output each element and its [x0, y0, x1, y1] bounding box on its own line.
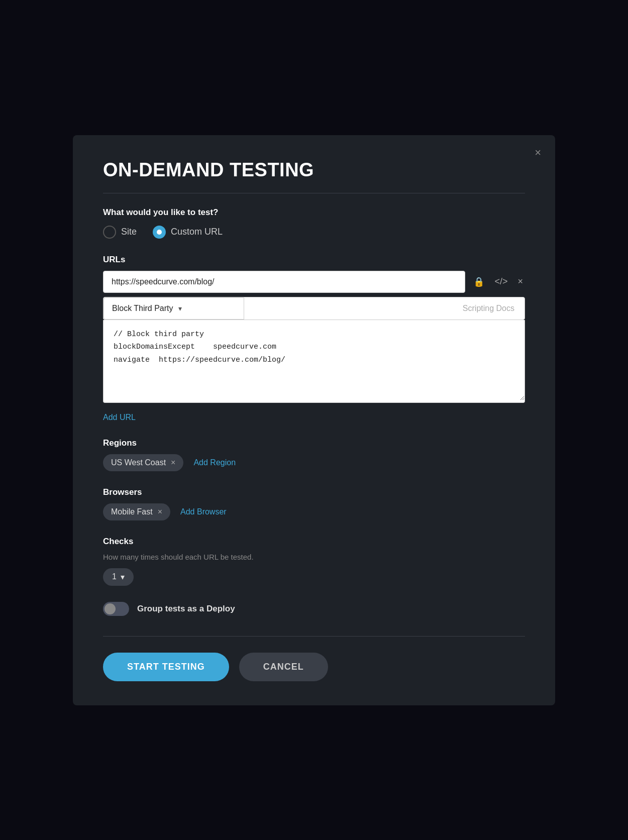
checks-dropdown[interactable]: 1 ▾ — [103, 568, 134, 586]
lock-icon-button[interactable]: 🔒 — [471, 274, 486, 289]
toggle-knob — [104, 603, 116, 614]
radio-custom-label: Custom URL — [171, 227, 223, 237]
cancel-button[interactable]: CANCEL — [239, 653, 328, 681]
script-dropdown-label: Block Third Party — [112, 304, 173, 313]
radio-site-option[interactable]: Site — [103, 226, 137, 239]
footer-buttons: START TESTING CANCEL — [103, 653, 525, 681]
radio-custom-circle — [153, 226, 166, 239]
script-dropdown[interactable]: Block Third Party ▾ — [103, 297, 244, 320]
browser-tag-label: Mobile Fast — [111, 507, 153, 516]
script-box: // Block third party blockDomainsExcept … — [103, 320, 525, 403]
deploy-toggle-row: Group tests as a Deploy — [103, 602, 525, 616]
add-url-link[interactable]: Add URL — [103, 413, 136, 422]
checks-label: Checks — [103, 537, 525, 547]
urls-label: URLs — [103, 255, 525, 265]
url-row: 🔒 </> × Block Third Party ▾ Scripting Do… — [103, 271, 525, 403]
script-top-row: Block Third Party ▾ Scripting Docs — [103, 297, 525, 320]
region-tag: US West Coast × — [103, 454, 183, 471]
regions-tags-row: US West Coast × Add Region — [103, 454, 525, 471]
code-icon-button[interactable]: </> — [492, 274, 509, 289]
radio-site-circle — [103, 226, 116, 239]
radio-site-label: Site — [121, 227, 137, 237]
checks-chevron-icon: ▾ — [121, 572, 125, 582]
browsers-tags-row: Mobile Fast × Add Browser — [103, 503, 525, 520]
modal-overlay: × ON-DEMAND TESTING What would you like … — [0, 0, 628, 840]
browser-tag: Mobile Fast × — [103, 503, 170, 520]
start-testing-button[interactable]: START TESTING — [103, 653, 229, 681]
url-remove-button[interactable]: × — [515, 274, 525, 289]
add-browser-link[interactable]: Add Browser — [180, 507, 227, 516]
chevron-down-icon: ▾ — [178, 304, 182, 312]
url-input[interactable] — [103, 271, 465, 293]
browser-tag-remove[interactable]: × — [158, 508, 162, 516]
region-tag-label: US West Coast — [111, 458, 166, 467]
region-tag-remove[interactable]: × — [171, 459, 175, 467]
add-region-link[interactable]: Add Region — [193, 458, 236, 467]
checks-value: 1 — [112, 572, 117, 581]
title-divider — [103, 193, 525, 193]
url-input-row: 🔒 </> × — [103, 271, 525, 293]
checks-description: How many times should each URL be tested… — [103, 553, 525, 561]
modal-container: × ON-DEMAND TESTING What would you like … — [73, 135, 555, 705]
browsers-label: Browsers — [103, 487, 525, 497]
deploy-toggle[interactable] — [103, 602, 129, 616]
radio-custom-option[interactable]: Custom URL — [153, 226, 223, 239]
test-question-label: What would you like to test? — [103, 207, 525, 218]
footer-divider — [103, 636, 525, 637]
close-button[interactable]: × — [535, 147, 541, 158]
script-textarea[interactable]: // Block third party blockDomainsExcept … — [103, 320, 525, 400]
deploy-toggle-label: Group tests as a Deploy — [137, 604, 235, 614]
test-type-radio-group: Site Custom URL — [103, 226, 525, 239]
scripting-docs-button[interactable]: Scripting Docs — [453, 297, 525, 320]
modal-title: ON-DEMAND TESTING — [103, 159, 525, 181]
regions-label: Regions — [103, 438, 525, 448]
